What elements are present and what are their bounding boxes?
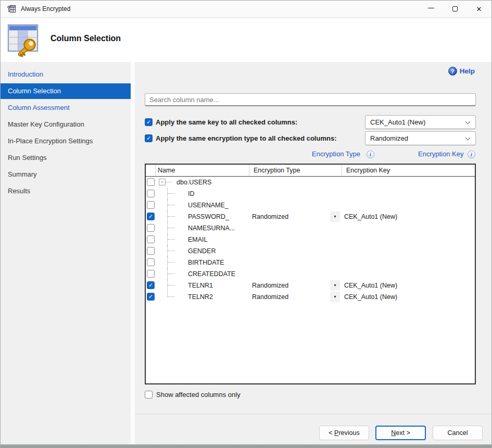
sidebar-item-summary[interactable]: Summary: [1, 167, 131, 182]
minimize-icon: —: [428, 4, 434, 11]
row-checkbox[interactable]: [147, 270, 155, 278]
column-name-label: TELNR1: [188, 280, 213, 291]
row-encryption-type-cell: Randomized▾: [249, 211, 342, 222]
show-affected-checkbox[interactable]: [145, 391, 153, 399]
maximize-icon: [452, 6, 458, 11]
table-row-column: ✓TELNR2Randomized▾CEK_Auto1 (New): [146, 291, 475, 303]
window-title: Always Encrypted: [21, 5, 70, 13]
row-encryption-type-cell: [249, 200, 342, 211]
apply-key-checkbox[interactable]: ✓: [145, 118, 153, 126]
row-checkbox-cell: [146, 245, 155, 257]
tree-branch-line: [167, 200, 168, 211]
table-row-table: −dbo.USERS: [146, 177, 475, 188]
row-encryption-key-cell: [342, 234, 475, 245]
tree-branch-line: [167, 291, 168, 297]
apply-key-row[interactable]: ✓ Apply the same key to all checked colu…: [145, 115, 297, 129]
footer-divider: [135, 414, 492, 414]
sidebar-divider: [131, 62, 135, 444]
sidebar-item-in-place-encryption-settings[interactable]: In-Place Encryption Settings: [1, 133, 131, 149]
dropdown-icon[interactable]: ▾: [330, 211, 340, 222]
encryption-type-column-header: Encryption Type: [249, 165, 342, 176]
encryption-type-info-icon[interactable]: i: [367, 151, 374, 158]
dropdown-icon[interactable]: ▾: [330, 292, 340, 302]
row-checkbox[interactable]: [147, 190, 155, 197]
row-checkbox[interactable]: [147, 201, 155, 209]
row-checkbox[interactable]: [147, 178, 155, 186]
encryption-type-select[interactable]: Randomized: [365, 131, 476, 145]
row-checkbox-cell: [146, 268, 155, 280]
help-label: Help: [460, 67, 475, 75]
row-checkbox[interactable]: ✓: [147, 293, 155, 301]
checkbox-column-header: [146, 165, 155, 176]
row-name-cell: EMAIL: [155, 234, 249, 245]
row-encryption-key-cell: [342, 188, 475, 200]
column-name-label: EMAIL: [188, 234, 208, 245]
row-checkbox[interactable]: ✓: [147, 213, 155, 220]
dropdown-icon[interactable]: ▾: [330, 280, 340, 291]
footer-buttons: < PreviousNext >Cancel: [135, 426, 492, 441]
row-encryption-type-cell: [249, 257, 342, 268]
table-row-column: NAMESURNA...: [146, 222, 475, 234]
row-checkbox[interactable]: ✓: [147, 281, 155, 289]
previous-button[interactable]: < Previous: [319, 426, 369, 440]
row-encryption-type-cell: Randomized▾: [249, 291, 342, 303]
row-checkbox[interactable]: [147, 235, 155, 243]
row-encryption-key-cell: [342, 222, 475, 234]
cancel-button[interactable]: Cancel: [433, 426, 483, 440]
wizard-steps-sidebar: IntroductionColumn SelectionColumn Asses…: [1, 62, 131, 444]
table-name-label: dbo.USERS: [176, 177, 211, 188]
table-row-column: GENDER: [146, 245, 475, 257]
tree-branch-line: [167, 280, 168, 291]
encryption-key-link[interactable]: Encryption Key: [418, 150, 463, 158]
row-checkbox-cell: [146, 177, 155, 188]
sidebar-item-results[interactable]: Results: [1, 183, 131, 199]
encryption-type-value: Randomized: [252, 211, 288, 222]
title-bar: Always Encrypted — ✕: [1, 1, 491, 18]
sidebar-item-column-assessment[interactable]: Column Assessment: [1, 100, 131, 116]
search-input[interactable]: [145, 93, 476, 106]
sidebar-item-run-settings[interactable]: Run Settings: [1, 150, 131, 166]
column-name-label: ID: [188, 188, 195, 200]
apply-type-checkbox[interactable]: ✓: [145, 134, 153, 142]
close-button[interactable]: ✕: [467, 1, 491, 17]
tree-collapse-icon[interactable]: −: [159, 179, 166, 185]
row-encryption-key-cell: CEK_Auto1 (New): [342, 211, 475, 222]
sidebar-item-master-key-configuration[interactable]: Master Key Configuration: [1, 117, 131, 132]
window-bottom-edge: [1, 444, 491, 448]
window-controls: — ✕: [419, 1, 491, 17]
apply-type-row[interactable]: ✓ Apply the same encryption type to all …: [145, 131, 336, 145]
tree-branch-line: [167, 268, 168, 280]
table-row-column: USERNAME_: [146, 200, 475, 211]
encryption-key-value: CEK_Auto1 (New): [344, 293, 397, 301]
minimize-button[interactable]: —: [419, 1, 443, 17]
maximize-button[interactable]: [443, 1, 467, 17]
row-checkbox-cell: ✓: [146, 291, 155, 303]
key-select[interactable]: CEK_Auto1 (New): [365, 115, 476, 129]
row-name-cell: USERNAME_: [155, 200, 249, 211]
row-checkbox[interactable]: [147, 247, 155, 255]
row-checkbox[interactable]: [147, 258, 155, 266]
row-encryption-type-cell: [249, 188, 342, 200]
table-key-app-icon: [7, 5, 16, 14]
show-affected-label: Show affected columns only: [156, 391, 241, 399]
encryption-key-info-icon[interactable]: i: [468, 151, 475, 158]
row-checkbox-cell: [146, 200, 155, 211]
table-row-column: ID: [146, 188, 475, 200]
apply-type-label: Apply the same encryption type to all ch…: [156, 134, 336, 142]
table-row-column: CREATEDDATE: [146, 268, 475, 280]
row-checkbox[interactable]: [147, 224, 155, 232]
sidebar-item-introduction[interactable]: Introduction: [1, 67, 131, 82]
encryption-type-link[interactable]: Encryption Type: [312, 150, 360, 158]
table-row-column: ✓PASSWORD_Randomized▾CEK_Auto1 (New): [146, 211, 475, 222]
show-affected-row[interactable]: Show affected columns only: [145, 391, 241, 399]
help-link[interactable]: ? Help: [448, 67, 475, 76]
always-encrypted-window: Always Encrypted — ✕: [0, 0, 492, 448]
row-encryption-key-cell: [342, 257, 475, 268]
next-button[interactable]: Next >: [375, 426, 426, 440]
tree-branch-line: [167, 257, 168, 268]
row-encryption-type-cell: [249, 268, 342, 280]
row-name-cell: GENDER: [155, 245, 249, 257]
row-encryption-key-cell: [342, 177, 475, 188]
encryption-type-value: Randomized: [252, 280, 288, 291]
sidebar-item-column-selection[interactable]: Column Selection: [1, 83, 131, 99]
